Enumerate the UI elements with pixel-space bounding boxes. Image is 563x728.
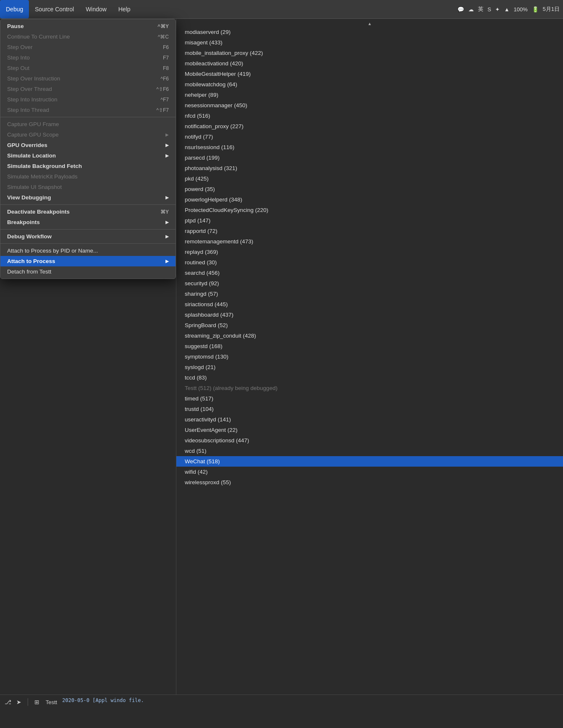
process-list-panel[interactable]: ▲ modiaserverd (29)misagent (433)mobile_… [176,19,563,728]
date-display: 5月1日 [543,5,560,13]
menu-item-step-over-instruction-shortcut: ^F6 [160,76,169,82]
process-item-SpringBoard[interactable]: SpringBoard (52) [176,320,563,330]
process-item-splashboardd[interactable]: splashboardd (437) [176,310,563,320]
process-item-videosubscriptionsd[interactable]: videosubscriptionsd (447) [176,435,563,446]
process-item-suggestd[interactable]: suggestd (168) [176,341,563,351]
process-item-replayd[interactable]: replayd (369) [176,247,563,257]
menu-item-step-into-thread-label: Step Into Thread [7,107,49,113]
process-item-notifyd[interactable]: notifyd (77) [176,132,563,142]
menu-item-pause[interactable]: Pause ^⌘Y [0,21,176,31]
process-item-pkd[interactable]: pkd (425) [176,173,563,184]
menu-item-capture-gpu-frame: Capture GPU Frame [0,119,176,129]
menu-item-step-into-thread-shortcut: ^⇧F7 [156,107,169,113]
separator-1 [0,117,176,117]
process-item-MobileGestaltHelper[interactable]: MobileGestaltHelper (419) [176,69,563,79]
menu-item-step-over-instruction: Step Over Instruction ^F6 [0,73,176,84]
process-item-parsecd[interactable]: parsecd (199) [176,152,563,163]
menu-item-pause-label: Pause [7,23,24,29]
scroll-up-arrow-icon: ▲ [176,19,563,27]
toolbar-icons: ⎇ ➤ ⊞ Testt [4,698,57,706]
cloud-icon: ☁ [468,6,474,13]
menu-item-view-debugging[interactable]: View Debugging ▶ [0,192,176,203]
menu-help[interactable]: Help [112,0,136,18]
process-item-mobilewatchdog[interactable]: mobilewatchdog (64) [176,79,563,90]
process-item-securityd[interactable]: securityd (92) [176,278,563,289]
menu-item-simulate-location-label: Simulate Location [7,152,56,159]
menu-item-simulate-background-fetch-label: Simulate Background Fetch [7,163,82,169]
process-item-trustd[interactable]: trustd (104) [176,404,563,414]
menu-item-step-over-thread-label: Step Over Thread [7,86,52,92]
menu-item-debug-workflow[interactable]: Debug Workflow ▶ [0,231,176,242]
menu-item-gpu-overrides[interactable]: GPU Overrides ▶ [0,140,176,150]
process-item-wcd[interactable]: wcd (51) [176,446,563,456]
capture-gpu-scope-arrow-icon: ▶ [165,132,169,137]
menu-item-step-over-instruction-label: Step Over Instruction [7,75,60,82]
process-item-siriactionsd[interactable]: siriactionsd (445) [176,299,563,310]
menu-item-breakpoints[interactable]: Breakpoints ▶ [0,217,176,227]
process-item-nesessionmanager[interactable]: nesessionmanager (450) [176,100,563,111]
menu-item-attach-process[interactable]: Attach to Process ▶ [0,256,176,266]
send-icon: ➤ [15,698,23,706]
menu-bar: Debug Source Control Window Help 💬 ☁ 英 S… [0,0,563,19]
process-item-sharingd[interactable]: sharingd (57) [176,289,563,299]
menu-item-attach-pid[interactable]: Attach to Process by PID or Name... [0,245,176,256]
process-item-searchd[interactable]: searchd (456) [176,268,563,278]
process-item-photoanalysisd[interactable]: photoanalysisd (321) [176,163,563,173]
breakpoints-arrow-icon: ▶ [165,220,169,225]
menu-debug[interactable]: Debug [0,0,29,18]
menu-item-step-out: Step Out F8 [0,63,176,73]
process-item-remotemanagementd[interactable]: remotemanagementd (473) [176,236,563,247]
process-list: modiaserverd (29)misagent (433)mobile_in… [176,27,563,488]
process-item-notification_proxy[interactable]: notification_proxy (227) [176,121,563,132]
menu-source-control[interactable]: Source Control [29,0,80,18]
menu-item-step-into: Step Into F7 [0,52,176,63]
process-item-ptpd[interactable]: ptpd (147) [176,215,563,226]
process-item-nehelper[interactable]: nehelper (89) [176,90,563,100]
menu-item-step-over-thread-shortcut: ^⇧F6 [156,86,169,92]
branch-icon: ⎇ [4,698,12,706]
process-item-powerd[interactable]: powerd (35) [176,184,563,194]
menu-item-view-debugging-label: View Debugging [7,194,51,201]
process-item-Testt: Testt (512) (already being debugged) [176,383,563,393]
menu-item-deactivate-breakpoints[interactable]: Deactivate Breakpoints ⌘Y [0,207,176,217]
process-item-routined[interactable]: routined (30) [176,257,563,268]
menu-item-detach[interactable]: Detach from Testt [0,266,176,277]
menu-item-deactivate-breakpoints-label: Deactivate Breakpoints [7,209,70,215]
menu-item-step-over-thread: Step Over Thread ^⇧F6 [0,84,176,94]
menu-item-step-into-instruction-label: Step Into Instruction [7,96,57,103]
process-item-WeChat[interactable]: WeChat (518) [176,456,563,467]
menu-item-attach-process-label: Attach to Process [7,258,55,264]
process-item-nfcd[interactable]: nfcd (516) [176,111,563,121]
menu-window[interactable]: Window [80,0,113,18]
simulate-location-arrow-icon: ▶ [165,153,169,158]
process-item-symptomsd[interactable]: symptomsd (130) [176,351,563,362]
menu-item-step-into-instruction-shortcut: ^F7 [160,97,169,103]
process-item-ProtectedCloudKeySyncing[interactable]: ProtectedCloudKeySyncing (220) [176,205,563,215]
process-item-tccd[interactable]: tccd (83) [176,372,563,383]
process-item-misagent[interactable]: misagent (433) [176,37,563,48]
process-item-wirelessproxd[interactable]: wirelessproxd (55) [176,477,563,488]
process-item-UserEventAgent[interactable]: UserEventAgent (22) [176,425,563,435]
process-item-timed[interactable]: timed (517) [176,393,563,404]
menu-item-detach-label: Detach from Testt [7,268,52,275]
process-item-powerlogHelperd[interactable]: powerlogHelperd (348) [176,194,563,205]
process-item-wifid[interactable]: wifid (42) [176,467,563,477]
process-item-modiaserverd[interactable]: modiaserverd (29) [176,27,563,37]
menu-item-gpu-overrides-label: GPU Overrides [7,142,47,148]
menu-item-simulate-metrickit: Simulate MetricKit Payloads [0,171,176,182]
menu-item-deactivate-breakpoints-shortcut: ⌘Y [160,209,169,215]
process-item-useractivityd[interactable]: useractivityd (141) [176,414,563,425]
process-item-mobile_installation_proxy[interactable]: mobile_installation_proxy (422) [176,48,563,58]
process-item-rapportd[interactable]: rapportd (72) [176,226,563,236]
process-item-nsurIsessiond[interactable]: nsurIsessiond (116) [176,142,563,152]
toolbar-divider [28,698,28,706]
menu-item-simulate-location[interactable]: Simulate Location ▶ [0,150,176,161]
process-item-streaming_zip_conduit[interactable]: streaming_zip_conduit (428) [176,330,563,341]
process-item-syslogd[interactable]: syslogd (21) [176,362,563,372]
menu-item-attach-pid-label: Attach to Process by PID or Name... [7,248,98,254]
log-text: 2020-05-0 [Appl windo file. [62,697,144,703]
menu-item-pause-shortcut: ^⌘Y [158,23,169,29]
menu-item-breakpoints-label: Breakpoints [7,219,40,225]
process-item-mobileactivationd[interactable]: mobileactivationd (420) [176,58,563,69]
menu-item-simulate-background-fetch[interactable]: Simulate Background Fetch [0,161,176,171]
